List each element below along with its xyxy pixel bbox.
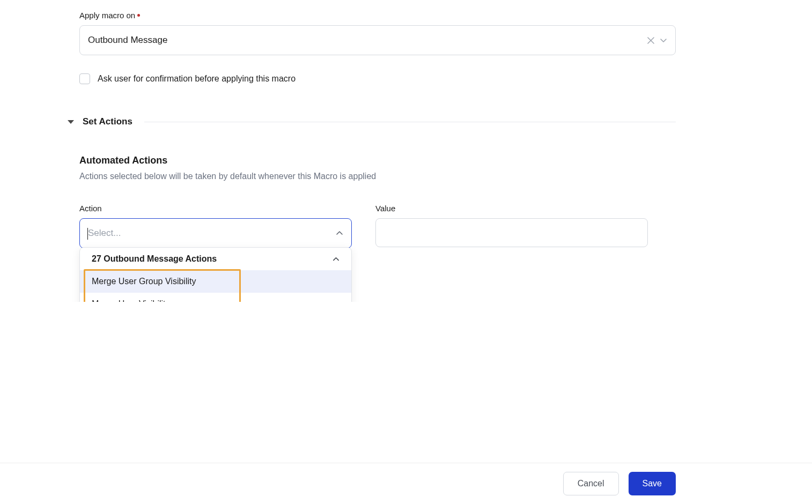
chevron-up-icon[interactable] <box>336 229 343 237</box>
dropdown-group-header[interactable]: 27 Outbound Message Actions <box>80 248 351 270</box>
divider <box>144 122 676 122</box>
confirm-checkbox-label: Ask user for confirmation before applyin… <box>98 74 296 84</box>
action-select[interactable]: Select... <box>79 218 352 248</box>
automated-actions-title: Automated Actions <box>79 155 676 166</box>
required-indicator <box>137 14 140 17</box>
action-select-placeholder: Select... <box>88 228 336 239</box>
chevron-up-icon <box>333 256 339 263</box>
clear-icon[interactable] <box>647 37 654 44</box>
set-actions-heading: Set Actions <box>83 116 132 127</box>
chevron-down-icon[interactable] <box>660 36 667 44</box>
section-toggle-icon[interactable] <box>68 120 74 124</box>
dropdown-group-header-label: 27 Outbound Message Actions <box>92 254 217 264</box>
dropdown-item-merge-user-group-visibility[interactable]: Merge User Group Visibility <box>80 270 351 293</box>
action-dropdown: 27 Outbound Message Actions Merge User G… <box>79 247 352 302</box>
value-label: Value <box>375 204 648 213</box>
apply-macro-select[interactable]: Outbound Message <box>79 25 676 55</box>
apply-macro-value: Outbound Message <box>88 35 647 46</box>
apply-macro-label: Apply macro on <box>79 11 676 20</box>
value-input[interactable] <box>375 218 648 247</box>
confirm-checkbox[interactable] <box>79 73 90 84</box>
dropdown-item-merge-user-visibility[interactable]: Merge User Visibility <box>80 293 351 302</box>
automated-actions-description: Actions selected below will be taken by … <box>79 172 676 181</box>
action-label: Action <box>79 204 352 213</box>
